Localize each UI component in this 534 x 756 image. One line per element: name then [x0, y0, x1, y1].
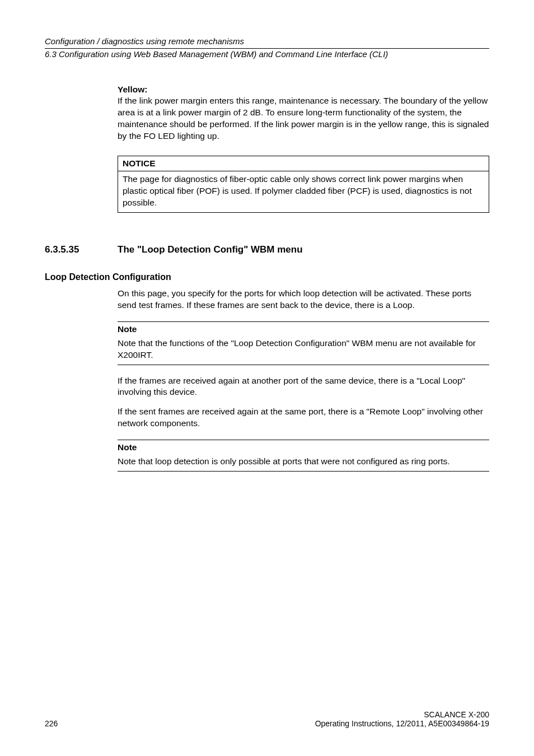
header-line2: 6.3 Configuration using Web Based Manage… — [45, 49, 489, 60]
loop-intro: On this page, you specify for the ports … — [118, 288, 489, 311]
section-title: The "Loop Detection Config" WBM menu — [118, 244, 303, 255]
page-footer: 226 SCALANCE X-200 Operating Instruction… — [45, 710, 489, 728]
footer-page-number: 226 — [45, 719, 58, 728]
note2-label: Note — [118, 442, 489, 452]
note2-body: Note that loop detection is only possibl… — [118, 456, 489, 468]
note2-rule-top — [118, 440, 489, 440]
note1-label: Note — [118, 324, 489, 334]
section-heading: 6.3.5.35 The "Loop Detection Config" WBM… — [45, 244, 489, 255]
note1-body: Note that the functions of the "Loop Det… — [118, 338, 489, 361]
note2-rule-bot — [118, 471, 489, 472]
yellow-title: Yellow: — [118, 84, 489, 96]
note1-rule-bot — [118, 365, 489, 365]
note1-rule-top — [118, 321, 489, 322]
loop-heading: Loop Detection Configuration — [45, 272, 489, 282]
para-local-loop: If the frames are received again at anot… — [118, 375, 489, 399]
header-line1: Configuration / diagnostics using remote… — [45, 36, 489, 47]
section-number: 6.3.5.35 — [45, 244, 95, 255]
yellow-body: If the link power margin enters this ran… — [118, 95, 489, 142]
notice-box: NOTICE The page for diagnostics of fiber… — [118, 156, 489, 213]
footer-docinfo: Operating Instructions, 12/2011, A5E0034… — [315, 719, 489, 728]
notice-body: The page for diagnostics of fiber-optic … — [118, 171, 489, 212]
footer-product: SCALANCE X-200 — [315, 710, 489, 719]
page-header: Configuration / diagnostics using remote… — [45, 36, 489, 60]
yellow-block: Yellow: If the link power margin enters … — [118, 84, 489, 143]
notice-title: NOTICE — [118, 156, 489, 171]
para-remote-loop: If the sent frames are received again at… — [118, 406, 489, 430]
